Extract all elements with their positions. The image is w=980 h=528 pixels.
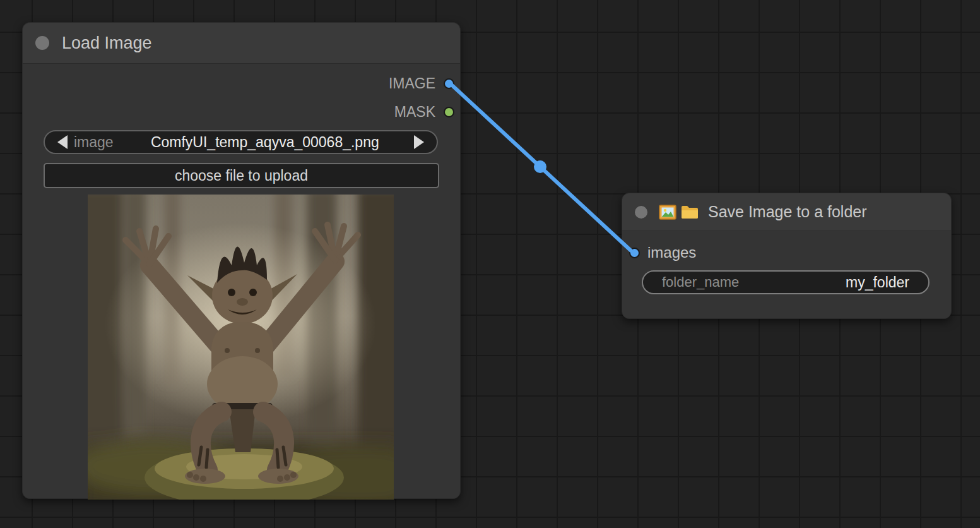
node-load-image[interactable]: Load Image IMAGE MASK image ComfyUI_temp… [22,22,461,499]
upload-button[interactable]: choose file to upload [44,163,439,188]
combo-next-icon[interactable] [414,135,424,149]
node-graph-canvas[interactable]: Load Image IMAGE MASK image ComfyUI_temp… [0,0,980,528]
node-title-label: Save Image to a folder [708,203,867,221]
troll-preview-graphic [88,195,394,500]
image-preview [88,195,394,500]
output-dot-mask[interactable] [444,107,454,117]
input-label-images: images [647,244,696,261]
input-slot-images[interactable]: images [629,242,696,263]
folder-widget-name: folder_name [662,274,739,291]
output-slot-image[interactable]: IMAGE [389,73,454,94]
output-slot-mask[interactable]: MASK [394,101,454,123]
output-label-mask: MASK [394,104,435,121]
folder-name-widget[interactable]: folder_name my_folder [642,270,930,294]
collapse-dot[interactable] [35,36,49,50]
output-label-image: IMAGE [389,75,435,92]
input-dot-images[interactable] [629,248,640,258]
link-image-to-images [449,83,631,251]
image-combo-widget[interactable]: image ComfyUI_temp_aqyva_00068_.png [44,130,438,154]
image-icon [659,203,676,221]
combo-prev-icon[interactable] [57,135,68,149]
combo-widget-value[interactable]: ComfyUI_temp_aqyva_00068_.png [122,134,408,151]
output-dot-image[interactable] [444,78,454,89]
folder-widget-value[interactable]: my_folder [846,274,909,291]
node-save-image-to-folder[interactable]: Save Image to a folder images folder_nam… [622,193,952,319]
link-midpoint-dot[interactable] [534,160,546,173]
folder-icon [680,204,699,220]
collapse-dot[interactable] [635,206,647,219]
combo-widget-name: image [74,134,114,151]
node-title-label: Load Image [62,33,152,53]
load-image-title-bar[interactable]: Load Image [23,23,460,64]
save-node-title-bar[interactable]: Save Image to a folder [622,193,951,231]
